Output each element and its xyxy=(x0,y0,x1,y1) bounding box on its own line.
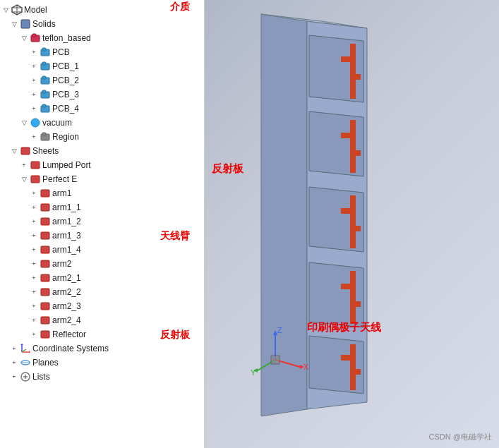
solids-label: Solids xyxy=(32,18,56,30)
pcb1-icon xyxy=(40,61,51,72)
tree-item-pcb2[interactable]: + PCB_2 介质 xyxy=(0,73,204,87)
view-panel: Z X Y 反射板 印刷偶极子天线 CSDN @电磁学社 xyxy=(205,0,499,448)
arm1_4-label: arm1_4 xyxy=(52,243,81,256)
tree-item-arm2_2[interactable]: + arm2_2 xyxy=(0,285,204,299)
tree-item-region[interactable]: + Region xyxy=(0,130,204,144)
pcb2-label: PCB_2 xyxy=(52,74,79,87)
svg-rect-60 xyxy=(341,208,351,214)
expand-arm2_2[interactable]: + xyxy=(30,288,38,296)
lists-icon xyxy=(20,371,31,382)
expand-sheets[interactable]: ▽ xyxy=(10,147,18,155)
model-icon xyxy=(11,4,23,16)
expand-arm1_2[interactable]: + xyxy=(30,217,38,226)
tree-item-arm1_1[interactable]: + arm1_1 xyxy=(0,200,204,214)
tree-item-arm1[interactable]: + arm1 xyxy=(0,186,204,200)
svg-marker-44 xyxy=(261,14,307,416)
expand-pcb2[interactable]: + xyxy=(30,76,38,85)
expand-region[interactable]: + xyxy=(30,133,38,141)
svg-text:Y: Y xyxy=(251,368,256,377)
arm1_1-icon xyxy=(40,202,51,213)
expand-coordsys[interactable]: + xyxy=(10,344,18,353)
svg-rect-66 xyxy=(351,301,361,307)
tree-item-planes[interactable]: + Planes xyxy=(0,356,204,370)
tree-panel[interactable]: ▽ Model ▽ Solids ▽ teflon_based xyxy=(0,0,205,448)
svg-rect-54 xyxy=(350,120,356,173)
tree-item-arm1_4[interactable]: + arm1_4 xyxy=(0,243,204,257)
teflon-label: teflon_based xyxy=(42,32,91,44)
svg-rect-24 xyxy=(41,204,49,211)
expand-solids[interactable]: ▽ xyxy=(10,20,18,28)
tree-item-coordsys[interactable]: + Coordinate Systems xyxy=(0,341,204,356)
arm1_2-label: arm1_2 xyxy=(52,215,81,228)
tree-item-sheets[interactable]: ▽ Sheets xyxy=(0,144,204,158)
tree-item-arm2_1[interactable]: + arm2_1 xyxy=(0,271,204,285)
svg-rect-69 xyxy=(350,344,356,390)
svg-rect-61 xyxy=(351,226,361,231)
tree-item-pcb1[interactable]: + PCB_1 xyxy=(0,59,204,73)
tree-item-arm1_3[interactable]: + arm1_3 天线臂 xyxy=(0,229,204,243)
expand-pcb[interactable]: + xyxy=(30,48,38,56)
svg-rect-49 xyxy=(350,44,356,99)
svg-rect-51 xyxy=(351,74,361,80)
tree-item-arm2_4[interactable]: + arm2_4 xyxy=(0,313,204,327)
expand-pcb4[interactable]: + xyxy=(30,104,38,113)
region-label: Region xyxy=(52,131,79,143)
svg-rect-10 xyxy=(42,62,46,65)
arm1_3-icon xyxy=(40,230,51,241)
arm2_3-icon xyxy=(40,301,51,312)
svg-rect-29 xyxy=(41,274,49,281)
tree-item-arm2[interactable]: + arm2 xyxy=(0,257,204,271)
expand-arm2_3[interactable]: + xyxy=(30,302,38,310)
pcb-label: PCB xyxy=(52,46,70,59)
tree-item-pcb3[interactable]: + PCB_3 xyxy=(0,87,204,102)
tree-item-teflon[interactable]: ▽ teflon_based xyxy=(0,31,204,45)
expand-model[interactable]: ▽ xyxy=(1,6,10,14)
planes-label: Planes xyxy=(32,356,59,369)
tree-item-lumpedport[interactable]: + Lumped Port xyxy=(0,158,204,172)
expand-arm2_1[interactable]: + xyxy=(30,274,38,282)
tree-item-reflector[interactable]: + Reflector 反射板 xyxy=(0,327,204,341)
tree-item-lists[interactable]: + Lists xyxy=(0,370,204,384)
coordsys-icon xyxy=(20,343,31,354)
expand-arm2[interactable]: + xyxy=(30,260,38,268)
expand-lumpedport[interactable]: + xyxy=(20,161,28,169)
svg-rect-20 xyxy=(21,147,30,155)
svg-point-17 xyxy=(31,119,40,127)
expand-lists[interactable]: + xyxy=(10,373,18,381)
expand-pcb1[interactable]: + xyxy=(30,62,38,71)
expand-planes[interactable]: + xyxy=(10,358,18,367)
arm1_1-label: arm1_1 xyxy=(52,201,81,214)
expand-vacuum[interactable]: ▽ xyxy=(20,119,28,127)
arm2_2-icon xyxy=(40,286,51,298)
tree-item-vacuum[interactable]: ▽ vacuum xyxy=(0,116,204,130)
tree-item-arm2_3[interactable]: + arm2_3 xyxy=(0,299,204,313)
svg-rect-31 xyxy=(41,303,49,310)
tree-item-model[interactable]: ▽ Model xyxy=(0,3,204,17)
expand-arm1[interactable]: + xyxy=(30,189,38,198)
arm2-icon xyxy=(40,258,51,270)
expand-reflector[interactable]: + xyxy=(30,330,38,339)
svg-rect-8 xyxy=(42,48,46,51)
arm2_4-icon xyxy=(40,315,51,326)
expand-arm1_4[interactable]: + xyxy=(30,246,38,254)
tree-item-pcb4[interactable]: + PCB_4 xyxy=(0,102,204,116)
expand-perfecte[interactable]: ▽ xyxy=(20,175,28,183)
tree-item-perfecte[interactable]: ▽ Perfect E xyxy=(0,172,204,186)
tree-item-solids[interactable]: ▽ Solids xyxy=(0,17,204,31)
pcb-icon xyxy=(40,47,51,58)
svg-rect-81 xyxy=(271,356,279,364)
tree-item-arm1_2[interactable]: + arm1_2 xyxy=(0,214,204,229)
expand-arm1_1[interactable]: + xyxy=(30,203,38,212)
expand-pcb3[interactable]: + xyxy=(30,90,38,99)
pcb2-icon xyxy=(40,75,51,86)
svg-rect-6 xyxy=(32,34,36,37)
planes-icon xyxy=(20,357,31,368)
svg-rect-28 xyxy=(41,260,49,267)
reflector-label: Reflector xyxy=(52,328,86,341)
svg-marker-37 xyxy=(29,351,30,353)
expand-arm2_4[interactable]: + xyxy=(30,316,38,325)
tree-item-pcb[interactable]: + PCB xyxy=(0,45,204,59)
expand-arm1_3[interactable]: + xyxy=(30,231,38,240)
svg-rect-25 xyxy=(41,218,49,225)
expand-teflon[interactable]: ▽ xyxy=(20,34,28,42)
